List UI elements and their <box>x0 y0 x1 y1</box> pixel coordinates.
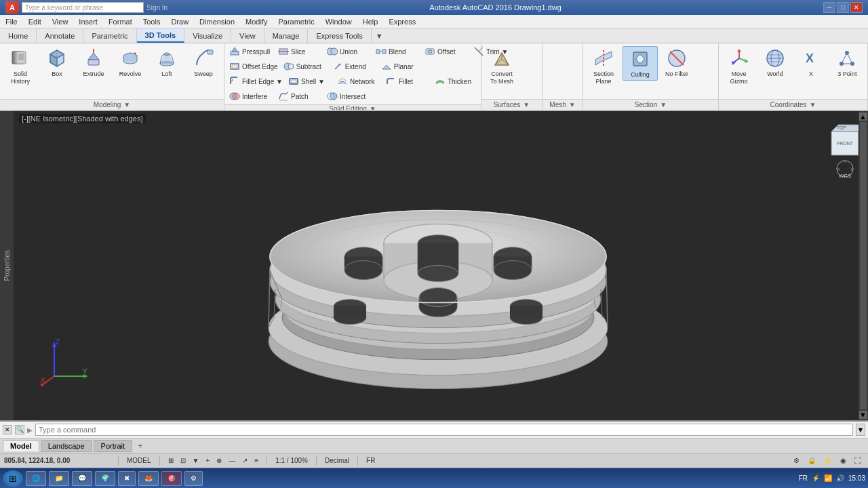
scroll-up[interactable]: ▲ <box>859 113 867 121</box>
canvas-area[interactable]: [-][NE Isometric][Shaded with edges] <box>14 111 868 420</box>
menu-insert[interactable]: Insert <box>73 15 103 28</box>
otrack-button[interactable]: — <box>226 455 238 466</box>
polar-button[interactable]: + <box>203 455 212 466</box>
menu-view[interactable]: View <box>47 15 74 28</box>
tab-add-button[interactable]: + <box>134 439 147 452</box>
taskbar-chat[interactable]: 💬 <box>72 471 92 486</box>
menu-tools[interactable]: Tools <box>138 15 166 28</box>
menu-modify[interactable]: Modify <box>240 15 273 28</box>
box-button[interactable]: Box <box>39 46 75 79</box>
extrude-button[interactable]: Extrude <box>76 46 111 79</box>
properties-panel[interactable]: Properties <box>0 111 14 420</box>
section-label[interactable]: Section ▼ <box>583 99 718 110</box>
network-button[interactable]: Network <box>335 75 382 88</box>
lang-display[interactable]: FR <box>363 455 378 466</box>
menu-draw[interactable]: Draw <box>165 15 194 28</box>
taskbar-globe[interactable]: 🌍 <box>95 471 115 486</box>
units-display[interactable]: Decimal <box>322 455 352 466</box>
right-scrollbar[interactable]: ▲ ▼ <box>859 111 868 420</box>
tab-visualize[interactable]: Visualize <box>184 28 231 43</box>
patch-button[interactable]: Patch <box>276 89 323 103</box>
sweep-button[interactable]: Sweep <box>186 46 221 79</box>
world-button[interactable]: World <box>757 46 792 79</box>
fullscreen-button[interactable]: ⛶ <box>852 455 864 466</box>
sign-in[interactable]: Sign In <box>146 4 167 12</box>
subtract-button[interactable]: Subtract <box>281 60 329 73</box>
tab-annotate[interactable]: Annotate <box>37 28 83 43</box>
menu-parametric[interactable]: Parametric <box>273 15 319 28</box>
scroll-down[interactable]: ▼ <box>859 411 867 419</box>
convert-to-mesh-button[interactable]: ConvertTo Mesh <box>484 46 519 87</box>
taskbar-fire[interactable]: 🦊 <box>138 471 159 486</box>
slice-button[interactable]: Slice <box>276 45 323 58</box>
culling-button[interactable]: Culling <box>623 46 658 81</box>
hardware-accel[interactable]: ⚡ <box>821 455 835 466</box>
interfere-button[interactable]: Interfere <box>227 89 275 103</box>
tab-home[interactable]: Home <box>0 28 37 43</box>
extend-button[interactable]: Extend <box>330 60 378 73</box>
ducs-button[interactable]: ↗ <box>239 455 250 466</box>
cmd-close-button[interactable]: ✕ <box>3 425 12 434</box>
tab-3d-tools[interactable]: 3D Tools <box>137 28 185 43</box>
osnap-button[interactable]: ⊕ <box>214 455 224 466</box>
isolate-button[interactable]: ◉ <box>837 455 849 466</box>
loft-button[interactable]: Loft <box>149 46 184 79</box>
start-button[interactable]: ⊞ <box>3 470 23 487</box>
maximize-button[interactable]: □ <box>837 2 849 13</box>
offset-button[interactable]: Offset <box>422 45 470 58</box>
dyn-button[interactable]: ≡ <box>252 455 261 466</box>
cmd-expand-button[interactable]: ▼ <box>856 424 865 436</box>
fillet-button[interactable]: Fillet <box>384 75 431 88</box>
menu-window[interactable]: Window <box>320 15 357 28</box>
coordinates-label[interactable]: Coordinates ▼ <box>719 99 867 110</box>
section-plane-button[interactable]: SectionPlane <box>586 46 621 87</box>
solid-history-button[interactable]: SolidHistory <box>3 46 38 87</box>
workspace-button[interactable]: ⚙ <box>791 455 802 466</box>
tab-model[interactable]: Model <box>3 440 39 451</box>
close-button[interactable]: ✕ <box>850 2 863 13</box>
intersect-button[interactable]: Intersect <box>325 89 372 103</box>
no-filter-button[interactable]: No Filter <box>659 46 694 79</box>
tab-view[interactable]: View <box>231 28 264 43</box>
taskbar-browser[interactable]: 🌐 <box>26 471 46 486</box>
search-bar[interactable]: Type a keyword or phrase <box>22 2 144 13</box>
tab-express-tools[interactable]: Express Tools <box>308 28 371 43</box>
menu-edit[interactable]: Edit <box>23 15 47 28</box>
cmd-search-button[interactable]: 🔍 <box>15 425 24 434</box>
viewport[interactable]: Properties [-][NE Isometric][Shaded with… <box>0 111 868 420</box>
menu-dimension[interactable]: Dimension <box>194 15 240 28</box>
tab-more[interactable]: ▼ <box>372 30 387 42</box>
menu-file[interactable]: File <box>0 15 23 28</box>
command-input[interactable] <box>35 424 853 436</box>
ui-lock-button[interactable]: 🔒 <box>805 455 818 466</box>
minimize-button[interactable]: ─ <box>823 2 835 13</box>
presspull-button[interactable]: Presspull <box>227 45 275 58</box>
modeling-label[interactable]: Modeling ▼ <box>0 99 224 110</box>
revolve-button[interactable]: Revolve <box>113 46 148 79</box>
thicken-button[interactable]: Thicken <box>433 75 480 88</box>
tab-portrait[interactable]: Portrait <box>94 440 132 452</box>
taskbar-time[interactable]: 15:03 <box>848 474 865 482</box>
taskbar-x[interactable]: ✖ <box>118 471 136 486</box>
mesh-label[interactable]: Mesh ▼ <box>542 99 583 110</box>
snap-button[interactable]: ⊞ <box>165 455 176 466</box>
tab-landscape[interactable]: Landscape <box>41 440 92 452</box>
surfaces-label[interactable]: Surfaces ▼ <box>481 99 542 110</box>
scale-display[interactable]: 1:1 / 100% <box>273 455 311 466</box>
blend-button[interactable]: Blend <box>374 45 421 58</box>
planar-button[interactable]: Planar <box>379 60 427 73</box>
ortho-button[interactable]: ▼ <box>190 455 202 466</box>
move-gizmo-button[interactable]: MoveGizmo <box>722 46 756 87</box>
offset-edge-button[interactable]: Offset Edge <box>227 60 280 73</box>
x-button[interactable]: X X <box>794 46 829 79</box>
tab-parametric[interactable]: Parametric <box>83 28 136 43</box>
taskbar-gear[interactable]: ⚙ <box>184 471 203 486</box>
menu-format[interactable]: Format <box>103 15 138 28</box>
taskbar-autocad[interactable]: 🎯 <box>161 471 182 486</box>
menu-help[interactable]: Help <box>357 15 384 28</box>
solid-editing-label[interactable]: Solid Editing ▼ <box>224 104 481 111</box>
tab-manage[interactable]: Manage <box>264 28 309 43</box>
shell-button[interactable]: Shell ▼ <box>286 75 334 88</box>
union-button[interactable]: Union <box>325 45 372 58</box>
taskbar-explorer[interactable]: 📁 <box>49 471 69 486</box>
